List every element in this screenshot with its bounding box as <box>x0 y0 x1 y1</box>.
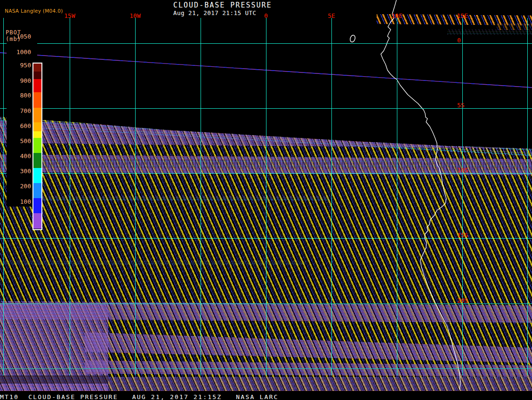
source-label: NASA Langley (M04.0) <box>5 8 63 14</box>
colorbar-tick-label: 200 <box>7 183 31 190</box>
grid-parallel-line <box>0 173 532 174</box>
colorbar-tick-label: 700 <box>7 107 31 114</box>
lon-label: 10W <box>124 12 146 19</box>
page-title: CLOUD-BASE PRESSURE <box>173 1 272 9</box>
lat-label: 15S <box>457 232 468 239</box>
colorbar-segment <box>33 79 41 92</box>
colorbar-segment <box>33 64 41 72</box>
lon-label: 15E <box>451 12 474 19</box>
grid-parallel-line <box>0 304 532 304</box>
colorbar-tick-label: 950 <box>7 62 31 69</box>
cloud-base-pressure-screen: 15W10W05E10E15E05S10S15S20S PBOT (mb) 10… <box>0 0 532 400</box>
colorbar-segment <box>33 138 41 153</box>
grid-meridian-line <box>527 18 528 376</box>
grid-layer: 15W10W05E10E15E05S10S15S20S <box>0 0 532 400</box>
grid-meridian-line <box>331 18 332 376</box>
colorbar-segment <box>33 198 41 213</box>
status-bar: MT10 CLOUD-BASE PRESSURE AUG 21, 2017 21… <box>0 391 532 400</box>
grid-parallel-line <box>0 238 532 239</box>
colorbar-segment <box>33 72 41 79</box>
colorbar-ticks: 10501000950900800700600500400300200100 <box>7 27 31 207</box>
lon-label: 0 <box>255 12 277 19</box>
status-text: MT10 CLOUD-BASE PRESSURE AUG 21, 2017 21… <box>0 393 279 400</box>
grid-meridian-line <box>70 18 70 376</box>
lon-label: 10E <box>386 12 408 19</box>
grid-meridian-line <box>397 18 397 376</box>
colorbar-segment <box>33 122 41 131</box>
grid-meridian-line <box>201 18 201 376</box>
colorbar-tick-label: 1000 <box>7 48 31 56</box>
colorbar-segment <box>33 131 41 138</box>
colorbar <box>32 63 42 230</box>
colorbar-tick-label: 1050 <box>7 33 31 40</box>
lat-label: 0 <box>457 37 461 44</box>
colorbar-segment <box>33 153 41 168</box>
timestamp-subtitle: Aug 21, 2017 21:15 UTC <box>173 9 257 16</box>
grid-meridian-line <box>135 18 136 376</box>
colorbar-segment <box>33 92 41 108</box>
colorbar-tick-label: 900 <box>7 77 31 84</box>
colorbar-segment <box>33 213 41 229</box>
colorbar-tick-label: 600 <box>7 122 31 129</box>
colorbar-segment <box>33 168 41 183</box>
grid-parallel-line <box>0 43 532 44</box>
colorbar-tick-label: 400 <box>7 152 31 160</box>
grid-meridian-line <box>3 18 4 376</box>
colorbar-panel: PBOT (mb) 105010009509008007006005004003… <box>7 27 37 207</box>
lat-label: 5S <box>457 102 465 109</box>
colorbar-tick-label: 500 <box>7 137 31 144</box>
colorbar-tick-label: 100 <box>7 198 31 205</box>
colorbar-segment <box>33 108 41 122</box>
grid-meridian-line <box>266 18 266 376</box>
grid-parallel-line <box>0 108 532 109</box>
grid-parallel-line <box>0 368 532 369</box>
lon-label: 5E <box>320 12 343 19</box>
colorbar-segment <box>33 183 41 198</box>
colorbar-tick-label: 800 <box>7 92 31 99</box>
lat-label: 20S <box>457 297 468 304</box>
lat-label: 10S <box>457 167 468 174</box>
grid-meridian-line <box>462 18 463 376</box>
colorbar-tick-label: 300 <box>7 168 31 175</box>
